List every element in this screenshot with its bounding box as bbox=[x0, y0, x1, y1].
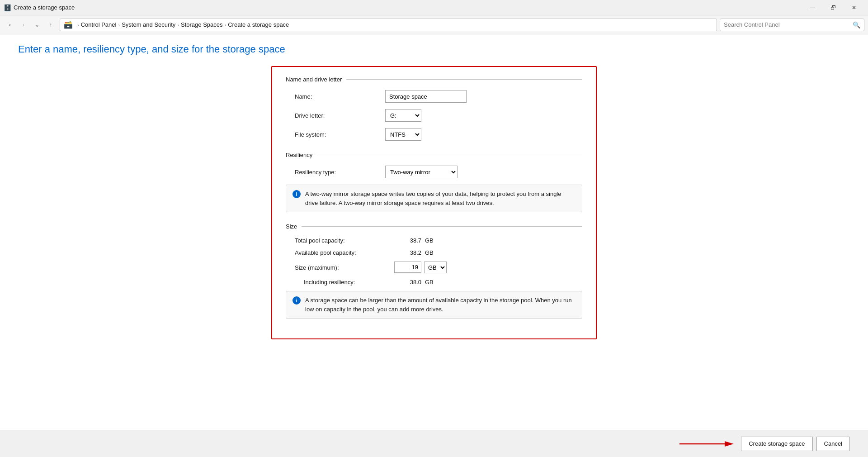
name-drive-section: Name and drive letter Name: Drive letter… bbox=[286, 76, 582, 141]
breadcrumb-system-security[interactable]: System and Security bbox=[122, 21, 175, 28]
title-bar: 🗄️ Create a storage space — 🗗 ✕ bbox=[0, 0, 868, 15]
info-icon-size: i bbox=[292, 296, 301, 305]
including-resiliency-row: Including resiliency: 38.0 GB bbox=[286, 279, 582, 286]
folder-icon: 🗃️ bbox=[64, 20, 73, 29]
maximize-button[interactable]: 🗗 bbox=[823, 0, 844, 15]
resiliency-info-text: A two-way mirror storage space writes tw… bbox=[305, 190, 576, 207]
total-pool-value: 38.7 bbox=[394, 237, 421, 244]
including-resiliency-value: 38.0 bbox=[394, 279, 421, 286]
form-card: Name and drive letter Name: Drive letter… bbox=[271, 66, 597, 339]
name-input[interactable] bbox=[385, 90, 467, 103]
page-heading: Enter a name, resiliency type, and size … bbox=[18, 43, 850, 55]
file-system-select[interactable]: NTFS ReFS bbox=[385, 128, 421, 141]
window-title: Create a storage space bbox=[14, 4, 75, 11]
forward-button[interactable]: › bbox=[17, 19, 30, 31]
breadcrumb-control-panel[interactable]: Control Panel bbox=[81, 21, 117, 28]
search-box: 🔍 bbox=[720, 19, 864, 31]
search-input[interactable] bbox=[724, 21, 850, 28]
including-resiliency-label: Including resiliency: bbox=[295, 279, 394, 286]
size-max-row: Size (maximum): GB TB MB bbox=[286, 262, 582, 273]
available-pool-row: Available pool capacity: 38.2 GB bbox=[286, 249, 582, 256]
available-pool-label: Available pool capacity: bbox=[295, 249, 394, 256]
resiliency-section-title: Resiliency bbox=[286, 152, 312, 158]
available-pool-unit: GB bbox=[425, 249, 434, 256]
total-pool-unit: GB bbox=[425, 237, 434, 244]
back-button[interactable]: ‹ bbox=[4, 19, 16, 31]
resiliency-section: Resiliency Resiliency type: Two-way mirr… bbox=[286, 152, 582, 212]
window-controls: — 🗗 ✕ bbox=[802, 0, 864, 15]
section-divider-2 bbox=[317, 155, 582, 155]
size-max-unit-select[interactable]: GB TB MB bbox=[424, 262, 447, 273]
breadcrumb-create-storage: Create a storage space bbox=[228, 21, 289, 28]
main-content: Enter a name, resiliency type, and size … bbox=[0, 34, 868, 430]
file-system-row: File system: NTFS ReFS bbox=[286, 128, 582, 141]
up-button[interactable]: ↑ bbox=[44, 19, 57, 31]
total-pool-label: Total pool capacity: bbox=[295, 237, 394, 244]
svg-marker-1 bbox=[725, 441, 734, 447]
name-label: Name: bbox=[295, 93, 385, 100]
minimize-button[interactable]: — bbox=[802, 0, 823, 15]
name-row: Name: bbox=[286, 90, 582, 103]
size-max-input[interactable] bbox=[394, 262, 421, 273]
create-storage-space-button[interactable]: Create storage space bbox=[741, 437, 812, 451]
cancel-button[interactable]: Cancel bbox=[816, 437, 850, 451]
size-section-title: Size bbox=[286, 223, 297, 230]
breadcrumb-storage-spaces[interactable]: Storage Spaces bbox=[181, 21, 223, 28]
red-arrow bbox=[679, 438, 734, 449]
size-info-text: A storage space can be larger than the a… bbox=[305, 296, 576, 314]
size-max-label: Size (maximum): bbox=[295, 264, 394, 271]
down-arrow-button[interactable]: ⌄ bbox=[31, 19, 43, 31]
section-divider bbox=[346, 79, 582, 80]
available-pool-value: 38.2 bbox=[394, 249, 421, 256]
drive-letter-row: Drive letter: G: H: I: bbox=[286, 109, 582, 122]
resiliency-type-row: Resiliency type: Two-way mirror Three-wa… bbox=[286, 166, 582, 178]
close-button[interactable]: ✕ bbox=[844, 0, 864, 15]
breadcrumb-bar: 🗃️ › Control Panel › System and Security… bbox=[60, 19, 717, 31]
drive-letter-select[interactable]: G: H: I: bbox=[385, 109, 421, 122]
name-drive-section-title: Name and drive letter bbox=[286, 76, 342, 83]
size-info-box: i A storage space can be larger than the… bbox=[286, 291, 582, 319]
resiliency-type-label: Resiliency type: bbox=[295, 169, 385, 176]
window-icon: 🗄️ bbox=[4, 4, 11, 11]
file-system-label: File system: bbox=[295, 131, 385, 138]
total-pool-row: Total pool capacity: 38.7 GB bbox=[286, 237, 582, 244]
including-resiliency-unit: GB bbox=[425, 279, 434, 286]
bottom-bar: Create storage space Cancel bbox=[0, 430, 868, 457]
resiliency-type-select[interactable]: Two-way mirror Three-way mirror Simple (… bbox=[385, 166, 458, 178]
nav-bar: ‹ › ⌄ ↑ 🗃️ › Control Panel › System and … bbox=[0, 15, 868, 34]
section-divider-3 bbox=[302, 226, 582, 227]
size-section: Size Total pool capacity: 38.7 GB Availa… bbox=[286, 223, 582, 319]
drive-letter-label: Drive letter: bbox=[295, 112, 385, 119]
resiliency-info-box: i A two-way mirror storage space writes … bbox=[286, 185, 582, 212]
search-icon[interactable]: 🔍 bbox=[853, 21, 860, 29]
info-icon-resiliency: i bbox=[292, 190, 301, 198]
